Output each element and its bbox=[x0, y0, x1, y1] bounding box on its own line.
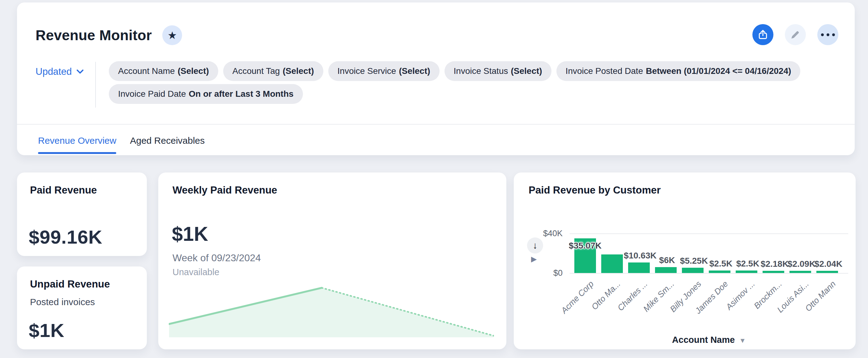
filter-chip-invoice-posted-date[interactable]: Invoice Posted Date Between (01/01/2024 … bbox=[556, 61, 801, 81]
arrow-down-icon: ↓ bbox=[533, 240, 537, 251]
x-axis-dropdown[interactable]: Account Name▼ bbox=[570, 335, 848, 345]
x-axis-title: Account Name bbox=[672, 335, 735, 345]
bar-value-label: $2.04K bbox=[814, 259, 842, 269]
filter-chip-invoice-service[interactable]: Invoice Service (Select) bbox=[328, 61, 440, 81]
chart-bar-charles-[interactable] bbox=[628, 263, 650, 273]
tab-aged-receivables[interactable]: Aged Receivables bbox=[130, 132, 205, 154]
dashboard-header-card: Revenue Monitor ★ Updated bbox=[17, 2, 855, 155]
weekly-paid-revenue-status: Unavailable bbox=[173, 267, 219, 277]
page-title: Revenue Monitor bbox=[35, 27, 152, 43]
weekly-paid-revenue-title: Weekly Paid Revenue bbox=[173, 184, 492, 196]
weekly-paid-revenue-card: Weekly Paid Revenue $1K Week of 09/23/20… bbox=[158, 173, 506, 349]
paid-revenue-by-customer-card: Paid Revenue by Customer ↓ ▶ $40K $0 $35… bbox=[514, 173, 856, 349]
share-button[interactable] bbox=[752, 24, 773, 45]
chart-bar-otto-mann[interactable] bbox=[816, 271, 838, 273]
filter-divider bbox=[95, 62, 96, 108]
filter-chip-invoice-status[interactable]: Invoice Status (Select) bbox=[444, 61, 552, 81]
bar-value-label: $6K bbox=[659, 256, 675, 265]
x-tick-label: Acme Corp bbox=[559, 279, 596, 315]
customer-bar-chart: ↓ ▶ $40K $0 $35.07KAcme CorpOtto Ma...$1… bbox=[514, 173, 856, 349]
ellipsis-icon bbox=[821, 33, 835, 36]
chart-bar-james-doe[interactable] bbox=[709, 270, 731, 273]
bar-value-label: $35.07K bbox=[569, 241, 601, 251]
unpaid-revenue-title: Unpaid Revenue bbox=[30, 278, 134, 290]
star-icon: ★ bbox=[167, 29, 177, 41]
axis-baseline bbox=[570, 273, 848, 274]
filter-chip-invoice-paid-date[interactable]: Invoice Paid Date On or after Last 3 Mon… bbox=[109, 84, 303, 104]
share-icon bbox=[757, 29, 769, 40]
weekly-paid-revenue-week: Week of 09/23/2024 bbox=[173, 252, 261, 264]
tab-revenue-overview[interactable]: Revenue Overview bbox=[38, 132, 116, 154]
gridline-40k bbox=[570, 233, 848, 234]
bar-value-label: $10.63K bbox=[624, 251, 657, 261]
paid-revenue-card: Paid Revenue $99.16K bbox=[17, 173, 147, 256]
y-tick-0: $0 bbox=[514, 268, 563, 278]
edit-button[interactable] bbox=[785, 24, 806, 45]
bar-value-label: $2.18K bbox=[761, 259, 788, 269]
bar-value-label: $5.25K bbox=[680, 256, 708, 266]
filter-chip-account-tag[interactable]: Account Tag (Select) bbox=[223, 61, 323, 81]
y-tick-40k: $40K bbox=[514, 229, 563, 238]
updated-label: Updated bbox=[35, 66, 72, 77]
bar-value-label: $2.09K bbox=[787, 259, 815, 269]
tabs-divider bbox=[17, 124, 855, 125]
bar-value-label: $2.5K bbox=[709, 259, 733, 269]
unpaid-revenue-value: $1K bbox=[29, 319, 64, 341]
chart-bar-billy-jones[interactable] bbox=[682, 268, 704, 273]
x-tick-label: Asimov ... bbox=[724, 279, 757, 312]
weekly-trend-area-chart bbox=[169, 285, 494, 338]
dropdown-triangle-icon: ▼ bbox=[739, 337, 746, 345]
paid-revenue-value: $99.16K bbox=[29, 226, 102, 248]
chart-bar-brockm-[interactable] bbox=[763, 271, 784, 273]
unpaid-revenue-card: Unpaid Revenue Posted invoices $1K bbox=[17, 267, 147, 349]
sort-descending-button[interactable]: ↓ bbox=[527, 237, 543, 253]
weekly-paid-revenue-value: $1K bbox=[172, 222, 208, 245]
updated-dropdown[interactable]: Updated bbox=[35, 66, 84, 77]
unpaid-revenue-subtitle: Posted invoices bbox=[30, 297, 134, 307]
chevron-down-icon bbox=[77, 69, 84, 74]
chart-bar-asimov-[interactable] bbox=[736, 270, 757, 273]
title-row: Revenue Monitor ★ bbox=[35, 25, 182, 45]
header-actions bbox=[752, 24, 838, 45]
more-button[interactable] bbox=[817, 24, 838, 45]
pencil-icon bbox=[790, 29, 801, 40]
filter-chip-account-name[interactable]: Account Name (Select) bbox=[109, 61, 218, 81]
favorite-button[interactable]: ★ bbox=[162, 25, 182, 45]
paid-revenue-title: Paid Revenue bbox=[30, 184, 134, 196]
tab-bar: Revenue Overview Aged Receivables bbox=[38, 132, 205, 154]
filter-chips: Account Name (Select) Account Tag (Selec… bbox=[109, 61, 800, 104]
chart-bar-otto-ma-[interactable] bbox=[601, 255, 623, 273]
expand-play-icon[interactable]: ▶ bbox=[531, 255, 537, 263]
chart-bar-mike-sm-[interactable] bbox=[655, 267, 677, 273]
chart-bar-louis-asi-[interactable] bbox=[789, 271, 811, 273]
bar-value-label: $2.5K bbox=[736, 259, 760, 269]
